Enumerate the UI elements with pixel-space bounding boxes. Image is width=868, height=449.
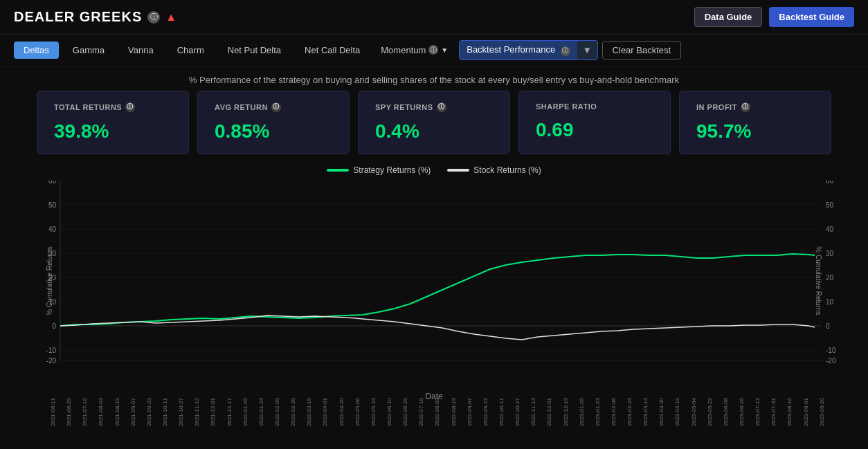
stat-info-total-returns[interactable]: ⓘ xyxy=(125,102,135,112)
x-axis-date-label: 2023-05-04 xyxy=(691,383,697,426)
x-axis-date-label: 2023-07-13 xyxy=(754,383,761,426)
nav-gamma[interactable]: Gamma xyxy=(63,42,114,59)
stat-info-in-profit[interactable]: ⓘ xyxy=(741,102,750,112)
stat-label-spy-returns: SPY RETURNS ⓘ xyxy=(375,102,493,112)
x-axis-date-label: 2023-04-18 xyxy=(674,383,680,426)
x-axis-date-label: 2021-10-11 xyxy=(162,383,168,426)
x-axis-date-label: 2022-04-01 xyxy=(322,383,328,426)
subtitle: % Performance of the strategy on buying … xyxy=(0,66,868,91)
svg-text:-20: -20 xyxy=(826,357,836,365)
svg-text:0: 0 xyxy=(52,322,56,330)
x-axis-date-label: 2022-12-01 xyxy=(546,383,552,426)
svg-text:60: 60 xyxy=(48,181,57,185)
x-axis-date-label: 2022-12-19 xyxy=(563,383,569,426)
legend-white-color xyxy=(447,169,469,172)
svg-text:0: 0 xyxy=(826,322,830,330)
nav-vanna[interactable]: Vanna xyxy=(118,42,163,59)
x-axis-date-label: 2022-10-27 xyxy=(514,383,521,426)
x-axis-date-label: 2023-03-14 xyxy=(642,383,649,426)
momentum-info-icon[interactable]: ⓘ xyxy=(428,45,438,55)
x-axis-date-label: 2023-02-08 xyxy=(611,383,617,426)
nav-deltas[interactable]: Deltas xyxy=(14,42,59,59)
svg-text:-10: -10 xyxy=(826,347,836,354)
nav-bar: Deltas Gamma Vanna Charm Net Put Delta N… xyxy=(0,35,868,66)
svg-text:20: 20 xyxy=(826,274,834,282)
x-axis: 2021-06-112021-06-292021-07-162021-08-03… xyxy=(14,381,854,426)
x-axis-date-label: 2021-12-01 xyxy=(210,383,216,426)
nav-net-call-delta[interactable]: Net Call Delta xyxy=(295,42,370,59)
x-axis-date-label: 2022-11-14 xyxy=(530,383,536,426)
x-axis-date-label: 2022-07-18 xyxy=(418,383,424,426)
svg-text:50: 50 xyxy=(826,201,834,209)
momentum-chevron-icon: ▼ xyxy=(441,46,448,54)
x-axis-date-label: 2023-05-22 xyxy=(707,383,713,426)
backtest-guide-button[interactable]: Backtest Guide xyxy=(769,7,854,27)
brand-title: DEALER GREEKS xyxy=(14,9,142,25)
x-axis-date-label: 2023-03-30 xyxy=(658,383,664,426)
x-axis-date-label: 2022-02-09 xyxy=(274,383,280,426)
stat-card-sharpe-ratio: SHARPE RATIO 0.69 xyxy=(518,91,671,154)
data-guide-button[interactable]: Data Guide xyxy=(694,7,763,27)
header-buttons: Data Guide Backtest Guide xyxy=(694,7,854,27)
x-axis-date-label: 2023-02-24 xyxy=(626,383,633,426)
chart-legend: Strategy Returns (%) Stock Returns (%) xyxy=(14,165,854,175)
x-axis-date-label: 2023-09-20 xyxy=(819,383,825,426)
backtest-performance-group: Backtest Performance ⓘ ▼ xyxy=(459,40,597,60)
momentum-button[interactable]: Momentum ⓘ ▼ xyxy=(374,42,455,59)
stat-label-sharpe-ratio: SHARPE RATIO xyxy=(536,102,653,111)
header-left: DEALER GREEKS ⓘ ▲ xyxy=(14,9,177,25)
stat-label-in-profit: IN PROFIT ⓘ xyxy=(696,102,814,112)
x-axis-date-label: 2022-06-29 xyxy=(402,383,408,426)
x-axis-date-label: 2023-06-08 xyxy=(723,383,729,426)
x-axis-date-label: 2023-08-16 xyxy=(786,383,793,426)
stat-card-in-profit: IN PROFIT ⓘ 95.7% xyxy=(679,91,831,154)
x-axis-date-label: 2022-01-24 xyxy=(258,383,264,426)
info-icon[interactable]: ⓘ xyxy=(147,11,160,24)
svg-text:50: 50 xyxy=(48,201,57,209)
legend-green-color xyxy=(327,169,349,172)
svg-text:40: 40 xyxy=(826,226,834,233)
legend-stock: Stock Returns (%) xyxy=(447,165,541,175)
legend-strategy: Strategy Returns (%) xyxy=(327,165,431,175)
backtest-performance-button[interactable]: Backtest Performance ⓘ xyxy=(460,41,577,59)
svg-text:40: 40 xyxy=(48,226,57,233)
stat-info-avg-return[interactable]: ⓘ xyxy=(271,102,281,112)
x-axis-date-label: 2022-02-28 xyxy=(290,383,296,426)
stat-info-spy-returns[interactable]: ⓘ xyxy=(437,102,446,112)
stat-value-sharpe-ratio: 0.69 xyxy=(536,119,653,141)
x-axis-date-label: 2021-06-11 xyxy=(50,383,56,426)
stat-card-spy-returns: SPY RETURNS ⓘ 0.4% xyxy=(358,91,510,154)
stat-value-total-returns: 39.8% xyxy=(54,120,172,143)
x-axis-date-label: 2021-08-19 xyxy=(114,383,120,426)
stat-card-avg-return: AVG RETURN ⓘ 0.85% xyxy=(197,91,350,154)
stat-cards: TOTAL RETURNS ⓘ 39.8% AVG RETURN ⓘ 0.85%… xyxy=(0,91,868,165)
x-axis-date-label: 2022-01-05 xyxy=(242,383,248,426)
legend-strategy-label: Strategy Returns (%) xyxy=(353,165,431,175)
x-axis-date-label: 2023-01-23 xyxy=(595,383,601,426)
stat-value-avg-return: 0.85% xyxy=(215,120,332,143)
nav-net-put-delta[interactable]: Net Put Delta xyxy=(218,42,291,59)
x-axis-date-label: 2022-08-19 xyxy=(451,383,457,426)
bp-info-icon[interactable]: ⓘ xyxy=(561,46,570,56)
momentum-group: Momentum ⓘ ▼ xyxy=(374,42,455,59)
svg-text:60: 60 xyxy=(826,181,834,185)
stat-label-total-returns: TOTAL RETURNS ⓘ xyxy=(54,102,172,112)
x-axis-date-label: 2022-03-16 xyxy=(306,383,312,426)
x-axis-date-label: 2021-12-17 xyxy=(226,383,233,426)
nav-charm[interactable]: Charm xyxy=(168,42,214,59)
x-axis-date-label: 2022-10-11 xyxy=(498,383,505,426)
svg-text:30: 30 xyxy=(826,250,834,257)
x-axis-date-label: 2021-11-12 xyxy=(194,383,200,426)
x-axis-date-label: 2023-06-26 xyxy=(739,383,745,426)
main-chart-svg: 60 50 40 30 20 10 0 -10 -20 60 50 40 30 … xyxy=(14,181,854,374)
x-axis-date-label: 2021-09-07 xyxy=(130,383,136,426)
clear-backtest-button[interactable]: Clear Backtest xyxy=(602,41,682,59)
y-axis-left-label: % Cumulative Returns xyxy=(46,246,53,315)
bp-dropdown-button[interactable]: ▼ xyxy=(577,42,597,59)
stat-label-avg-return: AVG RETURN ⓘ xyxy=(215,102,332,112)
x-axis-date-label: 2022-05-24 xyxy=(370,383,377,426)
x-axis-date-label: 2022-09-23 xyxy=(482,383,489,426)
x-axis-date-label: 2021-09-23 xyxy=(146,383,152,426)
warning-icon: ▲ xyxy=(165,11,177,24)
x-axis-date-label: 2023-07-31 xyxy=(770,383,777,426)
